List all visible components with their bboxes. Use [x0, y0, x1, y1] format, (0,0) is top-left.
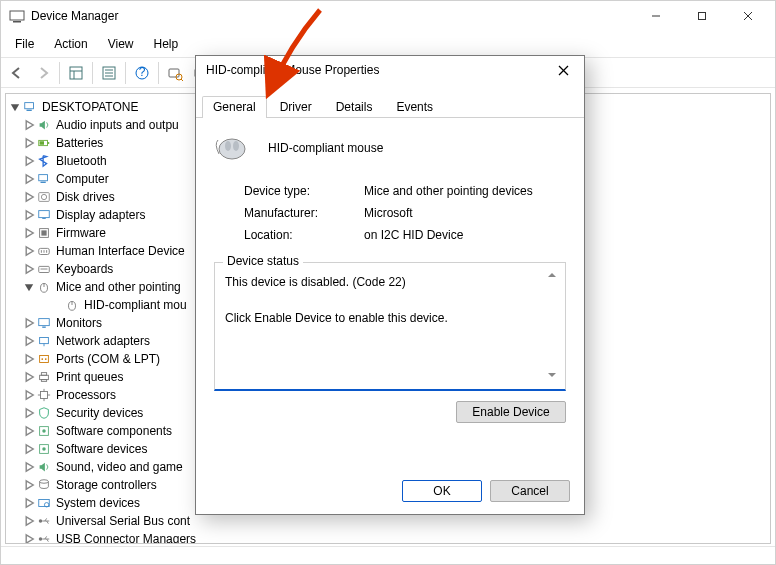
chevron-right-icon[interactable]	[22, 370, 36, 384]
chevron-down-icon[interactable]	[22, 280, 36, 294]
tab-general[interactable]: General	[202, 96, 267, 118]
dialog-title: HID-compliant Mouse Properties	[206, 63, 548, 77]
help-button[interactable]: ?	[130, 61, 154, 85]
audio-icon	[36, 117, 52, 133]
tab-details[interactable]: Details	[325, 96, 384, 118]
toolbar-separator	[158, 62, 159, 84]
scan-hardware-button[interactable]	[163, 61, 187, 85]
tree-item-label: USB Connector Managers	[56, 530, 196, 544]
enable-device-button[interactable]: Enable Device	[456, 401, 566, 423]
close-button[interactable]	[725, 1, 771, 31]
chevron-right-icon[interactable]	[22, 334, 36, 348]
security-icon	[36, 405, 52, 421]
svg-point-71	[39, 537, 43, 541]
menu-help[interactable]: Help	[144, 33, 189, 55]
svg-rect-55	[41, 392, 48, 399]
tab-driver[interactable]: Driver	[269, 96, 323, 118]
display-icon	[36, 207, 52, 223]
tree-item-label: Bluetooth	[56, 152, 107, 170]
bluetooth-icon	[36, 153, 52, 169]
tree-item-label: Processors	[56, 386, 116, 404]
svg-rect-0	[10, 11, 24, 20]
toolbar-separator	[59, 62, 60, 84]
computer-icon	[22, 99, 38, 115]
chevron-right-icon[interactable]	[22, 478, 36, 492]
chevron-right-icon[interactable]	[22, 406, 36, 420]
svg-rect-53	[41, 373, 46, 376]
chevron-right-icon[interactable]	[22, 460, 36, 474]
ports-icon	[36, 351, 52, 367]
mouse-icon	[36, 279, 52, 295]
tree-item-label: Sound, video and game	[56, 458, 183, 476]
svg-text:?: ?	[139, 65, 146, 79]
tree-item-label: Firmware	[56, 224, 106, 242]
tree-item-usb[interactable]: USB Connector Managers	[8, 530, 770, 544]
tree-item-label: Computer	[56, 170, 109, 188]
device-headline: HID-compliant mouse	[268, 141, 383, 155]
svg-rect-47	[40, 338, 49, 344]
keyboard-icon	[36, 261, 52, 277]
usb-icon	[36, 531, 52, 544]
chevron-right-icon[interactable]	[22, 442, 36, 456]
chevron-right-icon[interactable]	[22, 208, 36, 222]
chevron-right-icon[interactable]	[22, 172, 36, 186]
mouse-icon	[64, 297, 80, 313]
properties-button[interactable]	[97, 61, 121, 85]
forward-button[interactable]	[31, 61, 55, 85]
chevron-right-icon[interactable]	[22, 496, 36, 510]
scroll-up-icon[interactable]	[547, 269, 563, 283]
menu-file[interactable]: File	[5, 33, 44, 55]
title-bar[interactable]: Device Manager	[1, 1, 775, 31]
svg-point-61	[42, 429, 46, 433]
chevron-right-icon[interactable]	[22, 154, 36, 168]
tab-events[interactable]: Events	[385, 96, 444, 118]
value-location: on I2C HID Device	[364, 228, 566, 242]
svg-rect-28	[41, 182, 46, 183]
label-manufacturer: Manufacturer:	[244, 206, 364, 220]
ok-button[interactable]: OK	[402, 480, 482, 502]
chevron-right-icon[interactable]	[22, 190, 36, 204]
svg-rect-1	[13, 21, 21, 23]
back-button[interactable]	[5, 61, 29, 85]
tree-item-label: Keyboards	[56, 260, 113, 278]
chevron-right-icon[interactable]	[22, 226, 36, 240]
chevron-right-icon[interactable]	[22, 244, 36, 258]
device-status-text[interactable]: This device is disabled. (Code 22) Click…	[223, 271, 557, 381]
tree-item-label: Security devices	[56, 404, 143, 422]
svg-point-78	[225, 141, 231, 151]
sw-icon	[36, 441, 52, 457]
chevron-right-icon[interactable]	[22, 118, 36, 132]
chevron-right-icon[interactable]	[22, 514, 36, 528]
menu-view[interactable]: View	[98, 33, 144, 55]
tree-item-label: DESKTOPATONE	[42, 98, 138, 116]
monitor-icon	[36, 315, 52, 331]
menu-bar: File Action View Help	[1, 31, 775, 58]
menu-action[interactable]: Action	[44, 33, 97, 55]
system-icon	[36, 495, 52, 511]
chevron-down-icon[interactable]	[8, 100, 22, 114]
chevron-right-icon[interactable]	[22, 262, 36, 276]
chevron-right-icon[interactable]	[22, 136, 36, 150]
chevron-right-icon[interactable]	[22, 388, 36, 402]
tree-item-label: Storage controllers	[56, 476, 157, 494]
chevron-right-icon[interactable]	[22, 352, 36, 366]
value-device-type: Mice and other pointing devices	[364, 184, 566, 198]
chevron-right-icon[interactable]	[22, 316, 36, 330]
disk-icon	[36, 189, 52, 205]
minimize-button[interactable]	[633, 1, 679, 31]
show-hide-tree-button[interactable]	[64, 61, 88, 85]
svg-point-67	[39, 519, 43, 523]
dialog-close-button[interactable]	[548, 59, 578, 81]
dialog-title-bar[interactable]: HID-compliant Mouse Properties	[196, 56, 584, 84]
svg-rect-23	[27, 110, 32, 111]
label-device-type: Device type:	[244, 184, 364, 198]
chevron-right-icon[interactable]	[22, 424, 36, 438]
chevron-right-icon[interactable]	[22, 532, 36, 544]
dialog-body: HID-compliant mouse Device type: Mice an…	[196, 118, 584, 433]
svg-line-17	[181, 79, 183, 81]
scroll-down-icon[interactable]	[547, 369, 563, 383]
maximize-button[interactable]	[679, 1, 725, 31]
status-scrollbar[interactable]	[547, 269, 563, 383]
tree-item-label: Audio inputs and outpu	[56, 116, 179, 134]
cancel-button[interactable]: Cancel	[490, 480, 570, 502]
